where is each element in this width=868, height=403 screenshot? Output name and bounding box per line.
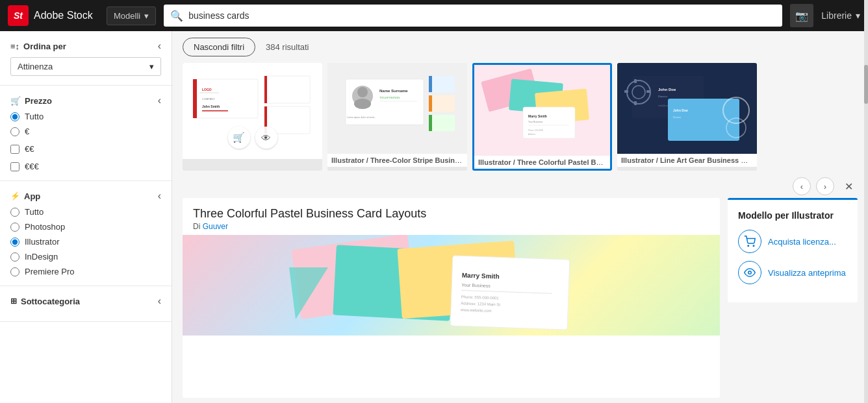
svg-text:Name Surname: Name Surname xyxy=(379,89,408,93)
model-dropdown[interactable]: Modelli ▾ xyxy=(107,6,156,25)
search-icon: 🔍 xyxy=(170,10,183,22)
svg-text:Lorem ipsum dolor sit amet...: Lorem ipsum dolor sit amet... xyxy=(347,116,376,119)
price-icon: 🛒 xyxy=(10,96,21,106)
price-option-eur1[interactable]: € xyxy=(10,127,161,136)
svg-text:Marry Smith: Marry Smith xyxy=(461,271,499,280)
scrollbar-track[interactable] xyxy=(864,0,868,403)
svg-rect-6 xyxy=(202,110,228,112)
app-section: ⚡ App ‹ Tutto Photoshop Illustrator InDe… xyxy=(0,181,172,286)
svg-rect-39 xyxy=(634,101,637,105)
svg-text:Phone: 555-0000: Phone: 555-0000 xyxy=(528,129,543,132)
svg-rect-23 xyxy=(429,115,455,131)
app-icon: ⚡ xyxy=(10,191,20,201)
sort-collapse-icon: ‹ xyxy=(158,40,161,52)
camera-icon: 📷 xyxy=(795,10,808,22)
app-name: Adobe Stock xyxy=(34,10,93,21)
price-section-header[interactable]: 🛒 Prezzo ‹ xyxy=(10,95,161,106)
detail-author-link[interactable]: Guuver xyxy=(203,222,228,231)
subcategory-section: ⊞ Sottocategoria ‹ xyxy=(0,286,172,322)
acquista-action[interactable]: Acquista licenza... xyxy=(738,230,847,253)
svg-rect-1 xyxy=(193,79,197,118)
thumb-1-eye-button[interactable]: 👁 xyxy=(255,127,277,149)
svg-text:Director: Director xyxy=(658,95,668,98)
main-layout: ≡↕ Ordina per ‹ Attinenza ▾ 🛒 Prezzo ‹ xyxy=(0,31,868,403)
prev-button[interactable]: ‹ xyxy=(793,177,811,195)
eye-svg xyxy=(744,267,756,278)
hide-filters-button[interactable]: Nascondi filtri xyxy=(183,38,255,56)
svg-rect-20 xyxy=(429,76,432,92)
price-option-tutto[interactable]: Tutto xyxy=(10,112,161,121)
model-box-title: Modello per Illustrator xyxy=(738,210,847,221)
svg-text:John Doe: John Doe xyxy=(658,88,676,92)
thumb-1-overlay: 🛒 👁 xyxy=(183,123,322,153)
search-input[interactable] xyxy=(188,10,776,21)
scrollbar-thumb[interactable] xyxy=(864,65,868,104)
thumb-4-label: Illustrator / Line Art Gear Business Car… xyxy=(617,154,757,167)
svg-rect-24 xyxy=(429,115,432,131)
acquista-label: Acquista licenza... xyxy=(768,237,836,247)
svg-text:Director: Director xyxy=(673,116,682,119)
visualizza-action[interactable]: Visualizza anteprima xyxy=(738,261,847,284)
header: St Adobe Stock Modelli ▾ 🔍 📷 Librerie ▾ xyxy=(0,0,868,31)
app-section-title: ⚡ App xyxy=(10,191,40,201)
svg-text:COMPANY: COMPANY xyxy=(202,97,215,101)
subcategory-section-header[interactable]: ⊞ Sottocategoria ‹ xyxy=(10,295,161,307)
thumb-2-label: Illustrator / Three-Color Stripe Busines… xyxy=(327,154,467,167)
svg-rect-40 xyxy=(646,90,650,93)
app-option-premiere[interactable]: Premiere Pro xyxy=(10,267,161,276)
svg-rect-38 xyxy=(624,90,628,93)
app-option-indesign[interactable]: InDesign xyxy=(10,252,161,262)
thumbnail-1[interactable]: LOGO COMPANY John Smith 🛒 👁 xyxy=(183,63,322,171)
svg-rect-21 xyxy=(429,95,455,112)
app-option-illustrator[interactable]: Illustrator xyxy=(10,237,161,247)
detail-title-area: Three Colorful Pastel Business Card Layo… xyxy=(183,198,720,235)
svg-rect-22 xyxy=(429,95,432,112)
cart-icon-circle xyxy=(738,230,761,253)
app-radio-group: Tutto Photoshop Illustrator InDesign Pre… xyxy=(10,207,161,276)
svg-text:Marry Smith: Marry Smith xyxy=(528,114,547,118)
sort-icon: ≡↕ xyxy=(10,42,19,51)
detail-author: Di Guuver xyxy=(193,222,709,231)
next-button[interactable]: › xyxy=(816,177,834,195)
price-option-eur3[interactable]: €€€ xyxy=(10,162,161,171)
sort-dropdown[interactable]: Attinenza ▾ xyxy=(10,57,161,76)
thumb-1-cart-button[interactable]: 🛒 xyxy=(228,127,250,149)
app-section-header[interactable]: ⚡ App ‹ xyxy=(10,190,161,202)
thumb-image-4: John Doe Director email@company.com John… xyxy=(622,66,752,151)
close-detail-button[interactable]: ✕ xyxy=(839,177,858,195)
svg-point-14 xyxy=(354,99,371,109)
thumb-1-label xyxy=(183,154,322,159)
app-option-photoshop[interactable]: Photoshop xyxy=(10,222,161,232)
librerie-chevron-icon: ▾ xyxy=(856,10,860,21)
subcategory-section-title: ⊞ Sottocategoria xyxy=(10,297,80,306)
thumb-3-label: Illustrator / Three Colorful Pastel Busi… xyxy=(474,156,610,169)
svg-text:TITLE/POSITION: TITLE/POSITION xyxy=(379,96,400,99)
thumb-visual-4: John Doe Director email@company.com John… xyxy=(617,63,757,154)
thumbnail-4[interactable]: John Doe Director email@company.com John… xyxy=(617,63,757,171)
svg-point-61 xyxy=(753,245,754,247)
detail-panel: Three Colorful Pastel Business Card Layo… xyxy=(172,198,868,403)
svg-rect-37 xyxy=(634,79,637,83)
thumbnail-3[interactable]: Marry Smith Your Business Phone: 555-000… xyxy=(472,63,612,171)
svg-rect-52 xyxy=(450,256,570,330)
price-option-eur2[interactable]: €€ xyxy=(10,144,161,154)
thumbnail-2[interactable]: Name Surname TITLE/POSITION Lorem ipsum … xyxy=(327,63,467,171)
thumb-image-3: Marry Smith Your Business Phone: 555-000… xyxy=(478,68,607,153)
sort-section-title: ≡↕ Ordina per xyxy=(10,42,66,51)
detail-image-area: Three Colorful Pastel Business Card Layo… xyxy=(183,198,720,398)
detail-title: Three Colorful Pastel Business Card Layo… xyxy=(193,207,709,221)
sort-section-header[interactable]: ≡↕ Ordina per ‹ xyxy=(10,40,161,52)
app-option-tutto[interactable]: Tutto xyxy=(10,207,161,217)
sort-section: ≡↕ Ordina per ‹ Attinenza ▾ xyxy=(0,31,172,86)
sidebar: ≡↕ Ordina per ‹ Attinenza ▾ 🛒 Prezzo ‹ xyxy=(0,31,172,403)
camera-button[interactable]: 📷 xyxy=(790,4,813,27)
detail-nav-row: ‹ › ✕ xyxy=(172,176,868,198)
model-chevron-icon: ▾ xyxy=(144,11,149,21)
search-bar: 🔍 xyxy=(164,5,782,27)
librerie-button[interactable]: Librerie ▾ xyxy=(821,10,860,21)
svg-rect-7 xyxy=(264,76,310,103)
svg-point-60 xyxy=(748,245,749,247)
results-bar: Nascondi filtri 384 risultati xyxy=(172,31,868,63)
svg-text:LOGO: LOGO xyxy=(202,88,212,92)
adobe-stock-logo: St xyxy=(8,5,29,26)
